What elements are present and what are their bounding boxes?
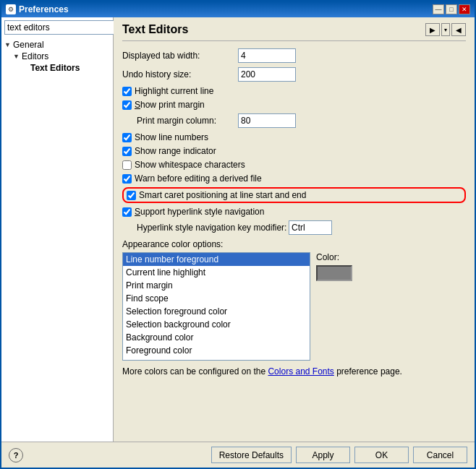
print-margin-column-row: Print margin column: <box>122 113 466 128</box>
restore-button[interactable]: □ <box>446 4 457 14</box>
print-margin-column-label: Print margin column: <box>137 116 238 126</box>
show-range-indicator-checkbox[interactable] <box>122 147 132 156</box>
color-swatch-area: Color: <box>316 252 352 281</box>
color-options-area: Line number foreground Current line high… <box>122 252 466 361</box>
tab-width-row: Displayed tab width: <box>122 48 466 63</box>
show-whitespace-row: Show whitespace characters <box>122 160 466 170</box>
tree-label-editors: Editors <box>22 51 48 61</box>
footer-text-after: preference page. <box>334 366 402 377</box>
undo-history-input[interactable] <box>238 67 296 82</box>
tree-item-editors[interactable]: ▼ Editors <box>4 51 110 62</box>
warn-derived-label: Warn before editing a derived file <box>135 173 262 184</box>
tree-item-general[interactable]: ▼ General <box>4 39 110 51</box>
tab-width-input[interactable] <box>238 48 296 63</box>
title-bar-left: ⚙ Preferences <box>6 4 69 14</box>
restore-defaults-button[interactable]: Restore Defaults <box>211 447 292 463</box>
title-bar: ⚙ Preferences — □ ✕ <box>1 1 475 17</box>
close-button[interactable]: ✕ <box>459 4 470 14</box>
bottom-bar: ? Restore Defaults Apply OK Cancel <box>1 442 475 468</box>
tree-area: ▼ General ▼ Editors Text Editors <box>4 39 110 439</box>
tree-label-text-editors: Text Editors <box>30 63 80 73</box>
support-hyperlink-checkbox[interactable] <box>122 207 132 217</box>
tree-arrow-editors: ▼ <box>13 53 22 60</box>
footer-text-before: More colors can be configured on the <box>122 366 268 377</box>
color-list-item-background[interactable]: Background color <box>123 331 310 344</box>
color-list-item-foreground[interactable]: Foreground color <box>123 344 310 357</box>
tree-label-general: General <box>13 40 44 50</box>
undo-history-label: Undo history size: <box>122 69 238 79</box>
color-list[interactable]: Line number foreground Current line high… <box>122 252 310 361</box>
warn-derived-row: Warn before editing a derived file <box>122 173 466 184</box>
tree-arrow-general: ▼ <box>4 41 13 48</box>
tree-item-text-editors[interactable]: Text Editors <box>4 62 110 74</box>
colors-and-fonts-link[interactable]: Colors and Fonts <box>268 366 333 377</box>
cancel-button[interactable]: Cancel <box>413 447 467 463</box>
show-range-indicator-row: Show range indicator <box>122 146 466 156</box>
show-line-numbers-row: Show line numbers <box>122 132 466 142</box>
right-header: Text Editors ▶ ▾ ◀ <box>122 23 466 41</box>
bottom-left: ? <box>9 447 23 463</box>
smart-caret-label: Smart caret positioning at line start an… <box>139 190 306 200</box>
highlight-current-checkbox[interactable] <box>122 87 132 96</box>
print-margin-column-input[interactable] <box>238 113 296 128</box>
nav-buttons: ▶ ▾ ◀ <box>425 23 466 36</box>
search-row: 📋 <box>4 20 110 35</box>
highlight-current-label: Highlight current line <box>135 86 213 96</box>
help-button[interactable]: ? <box>9 448 23 462</box>
color-list-item-find-scope[interactable]: Find scope <box>123 292 310 305</box>
show-whitespace-checkbox[interactable] <box>122 160 132 170</box>
smart-caret-row: Smart caret positioning at line start an… <box>122 187 466 203</box>
appearance-section: Appearance color options: Line number fo… <box>122 239 466 361</box>
show-line-numbers-checkbox[interactable] <box>122 133 132 142</box>
show-line-numbers-label: Show line numbers <box>135 132 208 142</box>
nav-forward-button[interactable]: ▶ <box>425 23 440 36</box>
hyperlink-modifier-input[interactable] <box>289 220 332 235</box>
window-icon: ⚙ <box>6 4 16 14</box>
appearance-label: Appearance color options: <box>122 239 466 249</box>
search-input[interactable] <box>4 20 119 35</box>
minimize-button[interactable]: — <box>433 4 444 14</box>
support-hyperlink-label: Support hyperlink style navigation <box>135 207 264 217</box>
footer-text: More colors can be configured on the Col… <box>122 366 466 377</box>
show-range-indicator-label: Show range indicator <box>135 146 216 156</box>
show-print-margin-checkbox[interactable] <box>122 100 132 110</box>
show-print-margin-row: Show print margin <box>122 100 466 110</box>
nav-dropdown-button[interactable]: ▾ <box>441 23 450 36</box>
right-panel: Text Editors ▶ ▾ ◀ Displayed tab width: … <box>114 17 475 442</box>
warn-derived-checkbox[interactable] <box>122 174 132 184</box>
highlight-current-row: Highlight current line <box>122 86 466 96</box>
color-list-item-line-number-fg[interactable]: Line number foreground <box>123 253 310 266</box>
tab-width-label: Displayed tab width: <box>122 51 238 61</box>
smart-caret-checkbox[interactable] <box>127 191 136 200</box>
hyperlink-modifier-row: Hyperlink style navigation key modifier: <box>122 220 466 235</box>
color-list-item-print-margin[interactable]: Print margin <box>123 279 310 292</box>
color-list-item-hyperlink[interactable]: Hyperlink <box>123 357 310 361</box>
color-list-item-selection-bg[interactable]: Selection background color <box>123 318 310 331</box>
content-area: 📋 ▼ General ▼ Editors Text Editors <box>1 17 475 442</box>
color-list-item-selection-fg[interactable]: Selection foreground color <box>123 305 310 318</box>
undo-history-row: Undo history size: <box>122 67 466 82</box>
show-print-margin-label: Show print margin <box>135 100 205 110</box>
color-list-item-current-line[interactable]: Current line highlight <box>123 266 310 279</box>
show-whitespace-label: Show whitespace characters <box>135 160 245 170</box>
ok-button[interactable]: OK <box>354 447 409 463</box>
title-bar-buttons: — □ ✕ <box>433 4 470 14</box>
color-swatch-label: Color: <box>316 252 339 262</box>
color-swatch-box[interactable] <box>316 265 352 281</box>
left-panel: 📋 ▼ General ▼ Editors Text Editors <box>1 17 114 442</box>
support-hyperlink-row: Support hyperlink style navigation <box>122 207 466 217</box>
window-title: Preferences <box>19 4 69 14</box>
apply-button[interactable]: Apply <box>296 447 350 463</box>
right-panel-title: Text Editors <box>122 23 188 36</box>
hyperlink-modifier-label: Hyperlink style navigation key modifier: <box>137 223 289 233</box>
preferences-window: ⚙ Preferences — □ ✕ 📋 ▼ General <box>0 0 476 469</box>
tree-arrow-text-editors <box>22 64 30 72</box>
nav-back-button[interactable]: ◀ <box>451 23 466 36</box>
